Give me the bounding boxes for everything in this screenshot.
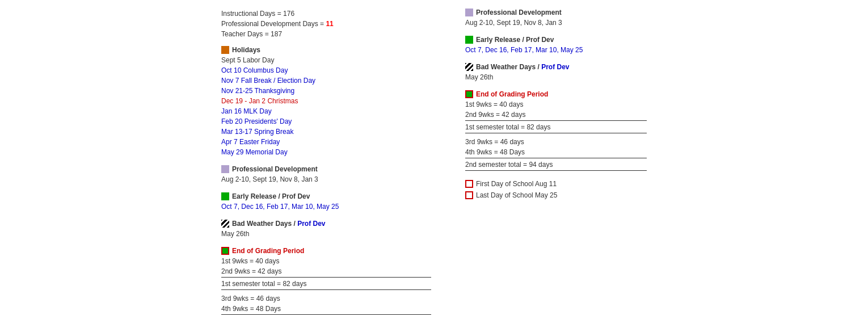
prof-dev-section: Professional Development Aug 2-10, Sept … (221, 165, 431, 184)
stats-block: Instructional Days = 176 Professional De… (221, 9, 431, 39)
early-release-section: Early Release / Prof Dev Oct 7, Dec 16, … (221, 192, 431, 212)
first-day-label: First Day of School Aug 11 (476, 179, 557, 189)
right-q2-line: 2nd 9wks = 42 days (465, 110, 647, 121)
left-column: Instructional Days = 176 Professional De… (221, 9, 431, 315)
right-grading-color-box (465, 90, 473, 98)
right-early-release-section: Early Release / Prof Dev Oct 7, Dec 16, … (465, 36, 647, 55)
holiday-item: Feb 20 Presidents' Day (221, 116, 431, 127)
right-prof-dev-title: Professional Development (476, 9, 562, 16)
right-prof-dev-color-box (465, 9, 473, 16)
last-day-label: Last Day of School May 25 (476, 190, 557, 200)
q3-line: 3rd 9wks = 46 days (221, 293, 431, 304)
holiday-item: Nov 7 Fall Break / Election Day (221, 75, 431, 86)
right-sem2-line: 2nd semester total = 94 days (465, 159, 647, 171)
grading-title: End of Grading Period (232, 247, 304, 255)
holiday-item: Dec 19 - Jan 2 Christmas (221, 96, 431, 106)
right-q3-line: 3rd 9wks = 46 days (465, 137, 647, 147)
early-release-color-box (221, 192, 229, 200)
bad-weather-section: Bad Weather Days / Prof Dev May 26th (221, 220, 431, 239)
bad-weather-dates: May 26th (221, 229, 431, 239)
holiday-item: Jan 16 MLK Day (221, 106, 431, 116)
holiday-item: Mar 13-17 Spring Break (221, 127, 431, 137)
last-day-box (465, 191, 473, 199)
first-last-section: First Day of School Aug 11 Last Day of S… (465, 179, 647, 200)
holidays-body: Sept 5 Labor Day Oct 10 Columbus Day Nov… (221, 55, 431, 157)
q2-line: 2nd 9wks = 42 days (221, 266, 431, 278)
bad-weather-title: Bad Weather Days / Prof Dev (232, 220, 326, 228)
right-column: Professional Development Aug 2-10, Sept … (465, 9, 647, 315)
right-bad-weather-dates: May 26th (465, 72, 647, 82)
bad-weather-color-box (221, 220, 229, 228)
right-prof-dev-dates: Aug 2-10, Sept 19, Nov 8, Jan 3 (465, 18, 647, 28)
grading-section: End of Grading Period 1st 9wks = 40 days… (221, 247, 431, 315)
right-prof-dev-section: Professional Development Aug 2-10, Sept … (465, 9, 647, 28)
holiday-item: Oct 10 Columbus Day (221, 65, 431, 75)
right-bad-weather-title: Bad Weather Days / Prof Dev (476, 63, 570, 71)
prof-dev-dates: Aug 2-10, Sept 19, Nov 8, Jan 3 (221, 174, 431, 184)
grading-color-box (221, 247, 229, 255)
right-early-release-color-box (465, 36, 473, 44)
q4-line: 4th 9wks = 48 Days (221, 304, 431, 315)
holiday-item: Nov 21-25 Thanksgiving (221, 86, 431, 96)
grading-body: 1st 9wks = 40 days 2nd 9wks = 42 days 1s… (221, 256, 431, 315)
early-release-dates: Oct 7, Dec 16, Feb 17, Mar 10, May 25 (221, 201, 431, 212)
holidays-title: Holidays (232, 46, 260, 54)
q1-line: 1st 9wks = 40 days (221, 256, 431, 266)
prof-dev-color-box (221, 165, 229, 173)
right-grading-section: End of Grading Period 1st 9wks = 40 days… (465, 90, 647, 171)
right-q1-line: 1st 9wks = 40 days (465, 99, 647, 110)
sem1-line: 1st semester total = 82 days (221, 279, 431, 290)
holiday-item: May 29 Memorial Day (221, 147, 431, 157)
right-early-release-dates: Oct 7, Dec 16, Feb 17, Mar 10, May 25 (465, 45, 647, 55)
right-bad-weather-section: Bad Weather Days / Prof Dev May 26th (465, 63, 647, 82)
right-bad-weather-color-box (465, 63, 473, 71)
instructional-days: Instructional Days = 176 (221, 9, 431, 19)
right-q4-line: 4th 9wks = 48 Days (465, 147, 647, 158)
right-early-release-title: Early Release / Prof Dev (476, 36, 554, 44)
right-grading-body: 1st 9wks = 40 days 2nd 9wks = 42 days 1s… (465, 99, 647, 171)
prof-dev-days: Professional Development Days = 11 (221, 19, 431, 29)
holiday-item: Apr 7 Easter Friday (221, 137, 431, 147)
holiday-item: Sept 5 Labor Day (221, 55, 431, 65)
prof-dev-title: Professional Development (232, 165, 318, 173)
early-release-title: Early Release / Prof Dev (232, 192, 310, 200)
holidays-color-box (221, 46, 229, 54)
holidays-section: Holidays Sept 5 Labor Day Oct 10 Columbu… (221, 46, 431, 157)
right-sem1-line: 1st semester total = 82 days (465, 122, 647, 133)
teacher-days: Teacher Days = 187 (221, 29, 431, 39)
first-day-box (465, 180, 473, 188)
right-grading-title: End of Grading Period (476, 90, 548, 98)
